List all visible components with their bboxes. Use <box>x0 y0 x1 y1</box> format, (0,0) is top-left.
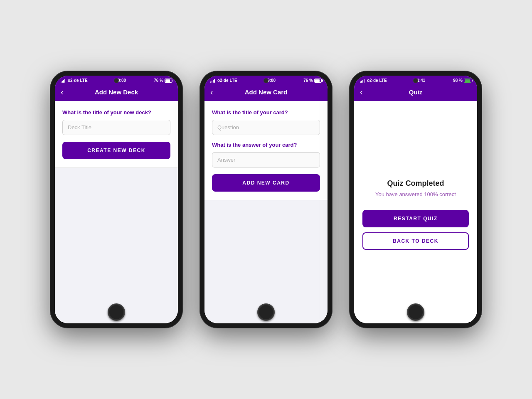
status-bar-1: o2-de LTE 19:00 76 % <box>55 76 178 84</box>
battery-text-1: 76 % <box>154 78 163 83</box>
question-label: What is the title of your card? <box>212 109 320 116</box>
status-bar-3: o2-de LTE 21:41 98 % <box>354 76 477 84</box>
nav-title-1: Add New Deck <box>95 89 138 96</box>
deck-title-label: What is the title of your new deck? <box>62 109 170 116</box>
phone-add-deck: o2-de LTE 19:00 76 % ‹ Add New Deck What… <box>50 71 183 328</box>
battery-text-3: 98 % <box>453 78 463 83</box>
status-left-2: o2-de LTE <box>210 78 237 83</box>
deck-title-input[interactable] <box>62 120 170 135</box>
status-right-2: 76 % <box>303 78 322 83</box>
phone-screen-quiz: o2-de LTE 21:41 98 % ‹ Quiz Qu <box>354 76 477 323</box>
battery-icon-2 <box>314 79 322 83</box>
quiz-completed-section: Quiz Completed You have answered 100% co… <box>362 179 469 250</box>
restart-quiz-button[interactable]: RESTART QUIZ <box>362 210 469 227</box>
back-button-2[interactable]: ‹ <box>210 88 213 96</box>
quiz-completed-subtitle: You have answered 100% correct <box>362 191 469 197</box>
battery-fill-3 <box>465 79 470 82</box>
home-button-2[interactable] <box>257 303 275 321</box>
nav-title-3: Quiz <box>409 89 423 96</box>
status-left-1: o2-de LTE <box>61 78 88 83</box>
battery-text-2: 76 % <box>303 78 313 83</box>
battery-fill-2 <box>315 79 320 82</box>
back-to-deck-button[interactable]: BACK TO DECK <box>362 232 469 250</box>
signal-bars-3 <box>360 79 365 83</box>
battery-fill-1 <box>165 79 170 82</box>
phone-screen-add-deck: o2-de LTE 19:00 76 % ‹ Add New Deck What… <box>55 76 178 323</box>
time-3: 21:41 <box>415 78 426 83</box>
back-button-3[interactable]: ‹ <box>360 88 363 96</box>
nav-header-3: ‹ Quiz <box>354 84 477 101</box>
screen-content-2: What is the title of your card? What is … <box>204 101 328 323</box>
carrier-3: o2-de LTE <box>367 78 387 83</box>
home-button-3[interactable] <box>407 303 424 321</box>
nav-title-2: Add New Card <box>245 89 288 96</box>
phone-screen-add-card: o2-de LTE 19:00 76 % ‹ Add New Card What… <box>204 76 328 323</box>
nav-header-1: ‹ Add New Deck <box>55 84 178 101</box>
create-deck-button[interactable]: CREATE NEW DECK <box>62 142 170 159</box>
question-input[interactable] <box>212 120 320 135</box>
screen-content-1: What is the title of your new deck? CREA… <box>55 101 178 323</box>
battery-icon-1 <box>165 79 172 83</box>
status-right-3: 98 % <box>453 78 471 83</box>
quiz-completed-title: Quiz Completed <box>362 179 469 188</box>
time-1: 19:00 <box>116 78 126 83</box>
phones-container: o2-de LTE 19:00 76 % ‹ Add New Deck What… <box>42 46 490 353</box>
battery-icon-3 <box>464 79 471 83</box>
screen-content-3: Quiz Completed You have answered 100% co… <box>354 101 477 323</box>
add-card-button[interactable]: ADD NEW CARD <box>212 174 320 192</box>
back-button-1[interactable]: ‹ <box>61 88 64 96</box>
time-2: 19:00 <box>265 78 276 83</box>
status-right-1: 76 % <box>154 78 172 83</box>
home-button-1[interactable] <box>108 303 125 321</box>
phone-add-card: o2-de LTE 19:00 76 % ‹ Add New Card What… <box>200 71 332 328</box>
carrier-1: o2-de LTE <box>68 78 88 83</box>
nav-header-2: ‹ Add New Card <box>204 84 328 101</box>
phone-quiz: o2-de LTE 21:41 98 % ‹ Quiz Qu <box>349 71 482 328</box>
answer-label: What is the answer of your card? <box>212 142 320 148</box>
answer-input[interactable] <box>212 152 320 167</box>
carrier-2: o2-de LTE <box>217 78 237 83</box>
signal-bars-1 <box>61 79 65 83</box>
card-form-card: What is the title of your card? What is … <box>204 101 328 200</box>
quiz-actions: RESTART QUIZ BACK TO DECK <box>362 210 469 250</box>
status-left-3: o2-de LTE <box>360 78 387 83</box>
deck-form-card: What is the title of your new deck? CREA… <box>55 101 178 168</box>
status-bar-2: o2-de LTE 19:00 76 % <box>204 76 328 84</box>
signal-bars-2 <box>210 79 215 83</box>
